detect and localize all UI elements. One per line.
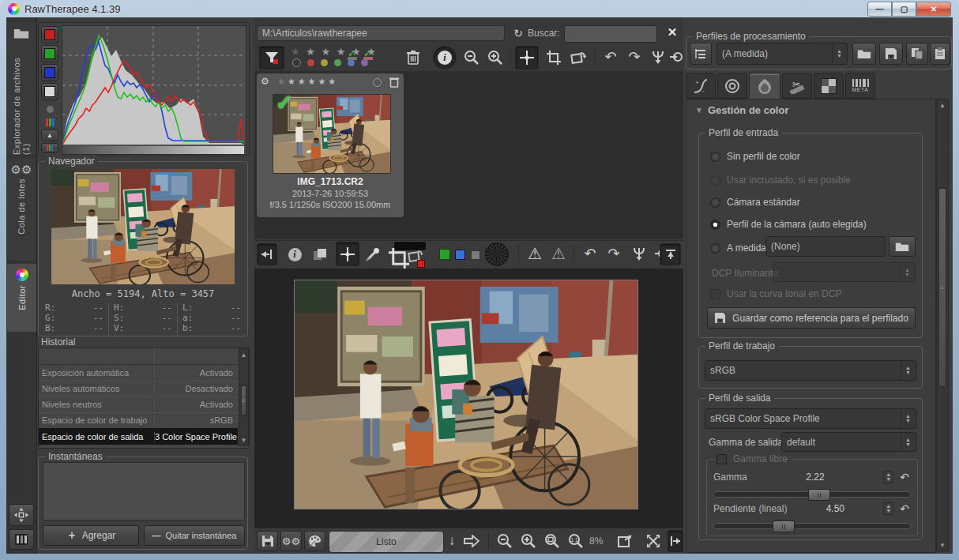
red-label-icon[interactable]	[307, 59, 314, 66]
custom-profile-browse-button[interactable]	[889, 236, 916, 257]
radio-selected-icon[interactable]	[710, 220, 720, 230]
scroll-up-icon[interactable]: ▲	[937, 100, 948, 111]
no-label-icon[interactable]	[292, 58, 301, 67]
green-label-icon[interactable]	[334, 59, 341, 66]
sidebar-tab-file-browser[interactable]: Explorador de archivos (1)	[7, 22, 36, 155]
editor-undo-button[interactable]: ↶	[580, 242, 600, 265]
histogram-chroma-toggle[interactable]	[47, 106, 54, 113]
edited-filter-group[interactable]: ✓ ✓	[348, 47, 382, 70]
histogram-luma-toggle[interactable]	[41, 83, 58, 100]
gamma-slider-thumb[interactable]	[808, 489, 830, 501]
close-filter-button[interactable]: ✕	[664, 24, 681, 41]
load-profile-button[interactable]	[852, 43, 876, 65]
history-row-selected[interactable]: Espacio de color de salida 3 Color Space…	[39, 428, 238, 445]
histogram-green-toggle[interactable]	[41, 45, 58, 62]
history-scrollbar[interactable]: ▲ ≡ ▼	[239, 348, 249, 446]
thumb-trash-icon[interactable]	[389, 77, 399, 88]
histogram-raw-toggle[interactable]	[46, 118, 55, 126]
history-list[interactable]: Exposición automática Activado Niveles a…	[38, 348, 250, 449]
highlight-clipping-button[interactable]: ⚠	[548, 242, 569, 265]
path-field[interactable]: M:\Articulos\rawtherapee	[257, 25, 505, 41]
history-row[interactable]: Niveles neutros Activado	[39, 397, 238, 413]
editor-redo-button[interactable]: ↷	[604, 242, 624, 265]
tool-scroll-thumb[interactable]: ≡	[938, 188, 946, 387]
crop-backdrop-button[interactable]	[485, 242, 509, 266]
editor-canvas[interactable]	[254, 269, 683, 528]
tab-metadata[interactable]: META	[845, 73, 875, 99]
radio-icon[interactable]	[710, 243, 720, 254]
saved-check-icon[interactable]: ✓	[363, 47, 373, 70]
pan-navigation-button[interactable]	[9, 504, 34, 526]
save-reference-button[interactable]: Guardar como referencia para el perfilad…	[707, 307, 916, 329]
histogram-plot[interactable]	[62, 25, 246, 155]
spinner-icon[interactable]: ▲▼	[883, 471, 893, 483]
close-button[interactable]: ✕	[916, 2, 951, 17]
slope-slider[interactable]	[713, 523, 911, 529]
tab-color-selected[interactable]	[749, 73, 780, 99]
spinner-icon[interactable]: ▲▼	[883, 502, 893, 515]
reset-icon[interactable]: ↶	[900, 471, 909, 483]
copy-profile-button[interactable]	[906, 43, 928, 65]
histogram-blue-toggle[interactable]	[41, 64, 58, 81]
filmstrip-thumbnail-selected[interactable]: ⚙ ★★★★★★ ✓ IMG_1713.CR2 2013-7-26 10:59:…	[257, 73, 404, 217]
maximize-button[interactable]: ▢	[892, 2, 916, 17]
snapshots-list[interactable]	[43, 462, 245, 521]
radio-icon[interactable]	[710, 152, 720, 162]
sidebar-tab-batch-queue[interactable]: ⚙⚙ Cola de lotes	[7, 158, 36, 261]
thumb-zoom-in-button[interactable]	[485, 47, 506, 68]
white-balance-picker-button[interactable]	[363, 243, 382, 265]
gamma-slider[interactable]	[713, 491, 911, 498]
scroll-down-icon[interactable]: ▼	[239, 434, 248, 445]
zoom-out-button[interactable]	[495, 531, 515, 551]
scroll-up-icon[interactable]: ▲	[239, 349, 248, 360]
edited-check-icon[interactable]: ✓	[348, 47, 357, 70]
titlebar[interactable]: RawTherapee 4.1.39 — ▢ ✕	[0, 0, 959, 17]
history-row[interactable]: Niveles automáticos Desactivado	[39, 381, 238, 397]
guide-color-blue[interactable]	[455, 250, 465, 260]
next-image-button[interactable]	[461, 529, 482, 553]
radio-camera-auto[interactable]: Perfil de la cámara (auto elegida)	[710, 219, 867, 230]
output-profile-select[interactable]: sRGB Color Space Profile ▲▼	[705, 408, 916, 429]
search-input[interactable]	[564, 25, 657, 43]
refresh-button[interactable]: ↻	[510, 25, 526, 41]
histogram-red-toggle[interactable]	[41, 26, 58, 43]
queue-image-button[interactable]: ⚙⚙	[280, 531, 302, 551]
custom-profile-select[interactable]: (None)	[765, 236, 886, 257]
thumb-label-icon[interactable]	[373, 78, 382, 87]
tab-detail[interactable]	[717, 73, 747, 99]
before-after-button[interactable]	[310, 243, 330, 265]
remove-snapshot-button[interactable]: — Quitar instantánea	[144, 525, 245, 546]
tab-exposure[interactable]: +-	[686, 73, 716, 99]
yellow-label-icon[interactable]	[321, 59, 328, 66]
filter-button[interactable]	[259, 46, 284, 70]
tool-panel-scrollbar[interactable]: ▲ ≡ ▼	[936, 99, 949, 551]
hide-right-panel-button[interactable]	[668, 530, 683, 552]
history-scroll-thumb[interactable]: ≡	[241, 385, 246, 415]
scroll-down-icon[interactable]: ▼	[937, 539, 948, 551]
hand-tool-button[interactable]	[336, 242, 359, 266]
hide-left-panel-button[interactable]	[257, 243, 277, 265]
save-profile-button[interactable]	[879, 43, 903, 65]
histogram-bar-toggle[interactable]: ▲	[41, 130, 58, 141]
guide-color-gray[interactable]	[471, 250, 480, 260]
free-gamma-checkbox[interactable]: Gamma libre	[713, 453, 791, 464]
tab-transform[interactable]: ✂	[782, 73, 812, 99]
trash-filter-button[interactable]	[403, 47, 423, 68]
navigator-preview-image[interactable]	[51, 169, 235, 284]
zoom-100-button[interactable]: 1:1	[566, 531, 586, 551]
editor-info-button[interactable]: i	[284, 243, 305, 265]
info-toggle-button[interactable]: i	[433, 46, 457, 70]
history-row[interactable]: Espacio de color de trabajo sRGB	[39, 412, 238, 429]
histogram-mode-button[interactable]	[41, 143, 58, 153]
save-image-button[interactable]	[257, 531, 278, 551]
undo-button[interactable]: ↶	[600, 46, 621, 68]
guide-color-green[interactable]	[439, 249, 450, 260]
apply-profile-button[interactable]	[668, 46, 684, 68]
slope-slider-thumb[interactable]	[773, 521, 795, 532]
radio-custom[interactable]: A medida:	[710, 242, 769, 254]
radio-icon[interactable]	[710, 197, 720, 208]
detach-window-button[interactable]	[615, 531, 635, 551]
color-management-header[interactable]: ▼ Gestión de color	[695, 104, 788, 116]
add-snapshot-button[interactable]: ＋ Agregar	[43, 525, 139, 546]
crop-tool-button[interactable]	[543, 47, 564, 68]
